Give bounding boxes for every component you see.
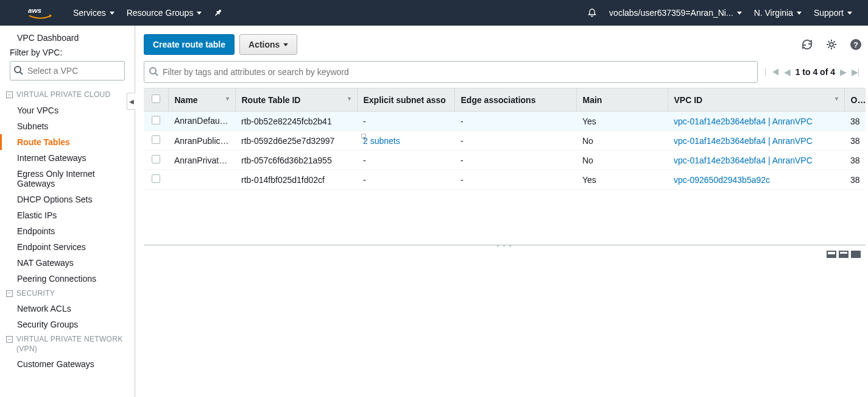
- sidebar-item-endpoint-services[interactable]: Endpoint Services: [0, 239, 135, 255]
- col-label: Name: [175, 95, 198, 105]
- sidebar-item-security-groups[interactable]: Security Groups: [0, 317, 135, 332]
- page-first-button[interactable]: ⎸◀: [765, 67, 779, 77]
- col-header-name[interactable]: Name▾: [168, 88, 235, 112]
- select-all-checkbox[interactable]: [152, 95, 160, 103]
- col-label: Edge associations: [461, 95, 536, 105]
- vpc-link[interactable]: vpc-01af14e2b364ebfa4 | AnranVPC: [674, 136, 813, 146]
- chevron-down-icon: [847, 12, 852, 15]
- chevron-down-icon: [110, 12, 115, 15]
- support-menu[interactable]: Support: [808, 0, 858, 26]
- cell-subnet: -: [357, 170, 454, 190]
- help-icon[interactable]: ?: [850, 38, 862, 51]
- sidebar-collapse-toggle[interactable]: ◀: [127, 93, 135, 110]
- region-label: N. Virginia: [754, 8, 793, 18]
- page-prev-button[interactable]: ◀: [784, 67, 791, 77]
- sidebar-item-customer-gateways[interactable]: Customer Gateways: [0, 356, 135, 372]
- col-header-route-table-id[interactable]: Route Table ID▾: [235, 88, 357, 112]
- sidebar-item-endpoints[interactable]: Endpoints: [0, 223, 135, 239]
- col-label: Main: [583, 95, 602, 105]
- svg-line-7: [155, 73, 158, 76]
- sidebar-item-network-acls[interactable]: Network ACLs: [0, 301, 135, 317]
- pin-shortcut[interactable]: [208, 0, 228, 26]
- sidebar-item-egress-only-igw[interactable]: Egress Only Internet Gateways: [0, 166, 135, 191]
- cell-owner: 38: [844, 112, 866, 131]
- top-nav: aws Services Resource Groups voclabs/use…: [0, 0, 868, 26]
- table-row[interactable]: rtb-014fbf025d1fd02cf--Yesvpc-092650d294…: [144, 170, 866, 190]
- table-filter-input[interactable]: [144, 61, 758, 83]
- vpc-link[interactable]: vpc-01af14e2b364ebfa4 | AnranVPC: [674, 116, 813, 126]
- col-header-main[interactable]: Main: [576, 88, 668, 112]
- search-icon: [149, 66, 158, 76]
- cell-owner: 38: [844, 151, 866, 170]
- user-menu[interactable]: voclabs/user637359=Anran_Ni...: [603, 0, 748, 26]
- sidebar-item-nat-gateways[interactable]: NAT Gateways: [0, 255, 135, 271]
- create-route-table-button[interactable]: Create route table: [144, 34, 235, 55]
- table-row[interactable]: AnranPublic… rtb-0592d6e25e7d329972 subn…: [144, 131, 866, 151]
- row-checkbox[interactable]: [152, 174, 160, 183]
- collapse-icon: −: [6, 91, 13, 98]
- layout-middle-button[interactable]: [839, 251, 849, 258]
- split-drag-handle[interactable]: ▪ ▪ ▪: [496, 242, 512, 249]
- row-checkbox[interactable]: [152, 116, 160, 124]
- cell-subnet: 2 subnets: [357, 131, 454, 151]
- page-last-button[interactable]: ▶⎸: [852, 67, 866, 77]
- sidebar: VPC Dashboard Filter by VPC: −VIRTUAL PR…: [0, 26, 135, 397]
- cell-vpc: vpc-01af14e2b364ebfa4 | AnranVPC: [668, 112, 844, 131]
- sidebar-item-your-vpcs[interactable]: Your VPCs: [0, 102, 135, 118]
- sidebar-item-elastic-ips[interactable]: Elastic IPs: [0, 207, 135, 223]
- col-header-edge-assoc[interactable]: Edge associations: [454, 88, 576, 112]
- user-label: voclabs/user637359=Anran_Ni...: [609, 8, 733, 18]
- table-row[interactable]: AnranPrivat… rtb-057c6f6d36b21a955--Novp…: [144, 151, 866, 170]
- layout-full-button[interactable]: [851, 251, 861, 258]
- col-header-checkbox[interactable]: [144, 88, 168, 112]
- sidebar-item-dhcp[interactable]: DHCP Options Sets: [0, 191, 135, 207]
- details-panel-split: ▪ ▪ ▪: [144, 245, 866, 246]
- services-menu[interactable]: Services: [67, 0, 121, 26]
- gear-icon[interactable]: [825, 38, 838, 51]
- content: Create route table Actions ? ⎸◀ ◀ 1 to 4…: [135, 26, 868, 397]
- svg-text:?: ?: [853, 40, 858, 49]
- search-icon: [13, 65, 23, 75]
- cell-edge: -: [454, 131, 576, 151]
- col-label: VPC ID: [674, 95, 703, 105]
- col-header-owner[interactable]: Ow: [844, 88, 866, 112]
- sidebar-item-subnets[interactable]: Subnets: [0, 118, 135, 134]
- sidebar-dashboard[interactable]: VPC Dashboard: [0, 33, 135, 43]
- cell-main: No: [576, 131, 668, 151]
- cell-edge: -: [454, 170, 576, 190]
- cell-owner: 38: [844, 170, 866, 190]
- region-menu[interactable]: N. Virginia: [748, 0, 808, 26]
- vpc-link[interactable]: vpc-01af14e2b364ebfa4 | AnranVPC: [674, 156, 813, 165]
- chevron-down-icon: [797, 12, 802, 15]
- table-row[interactable]: AnranDefau… rtb-0b52e82245fcb2b41--Yesvp…: [144, 112, 866, 131]
- resource-groups-menu[interactable]: Resource Groups: [121, 0, 208, 26]
- sidebar-item-internet-gateways[interactable]: Internet Gateways: [0, 150, 135, 166]
- subnet-link[interactable]: 2 subnets: [363, 136, 400, 146]
- sidebar-item-peering[interactable]: Peering Connections: [0, 271, 135, 287]
- notifications[interactable]: [581, 0, 603, 26]
- layout-bottom-button[interactable]: [827, 251, 836, 258]
- col-header-vpc-id[interactable]: VPC ID▾: [668, 88, 844, 112]
- cell-route-table-id: rtb-0b52e82245fcb2b41: [235, 112, 357, 131]
- page-next-button[interactable]: ▶: [840, 67, 847, 77]
- toolbar: Create route table Actions ?: [144, 34, 866, 55]
- row-checkbox[interactable]: [152, 155, 160, 163]
- edit-icon[interactable]: [231, 118, 235, 126]
- chevron-down-icon: [737, 12, 742, 15]
- row-checkbox[interactable]: [152, 135, 160, 144]
- filter-by-vpc-label: Filter by VPC:: [0, 48, 135, 61]
- page-range-text: 1 to 4 of 4: [796, 67, 835, 77]
- section-vpc[interactable]: −VIRTUAL PRIVATE CLOUD: [0, 88, 135, 102]
- vpc-filter-input[interactable]: [10, 61, 125, 80]
- cell-name: AnranPrivat…: [168, 151, 235, 170]
- cell-route-table-id: rtb-0592d6e25e7d32997: [235, 131, 357, 151]
- actions-button[interactable]: Actions: [239, 34, 297, 55]
- actions-label: Actions: [249, 40, 280, 49]
- vpc-link[interactable]: vpc-092650d2943b5a92c: [674, 175, 770, 185]
- collapse-icon: −: [6, 290, 13, 297]
- col-header-subnet-assoc[interactable]: Explicit subnet asso: [357, 88, 454, 112]
- sidebar-item-route-tables[interactable]: Route Tables: [0, 134, 135, 150]
- section-security[interactable]: −SECURITY: [0, 287, 135, 301]
- section-vpn[interactable]: −VIRTUAL PRIVATE NETWORK (VPN): [0, 332, 135, 356]
- refresh-icon[interactable]: [801, 38, 813, 51]
